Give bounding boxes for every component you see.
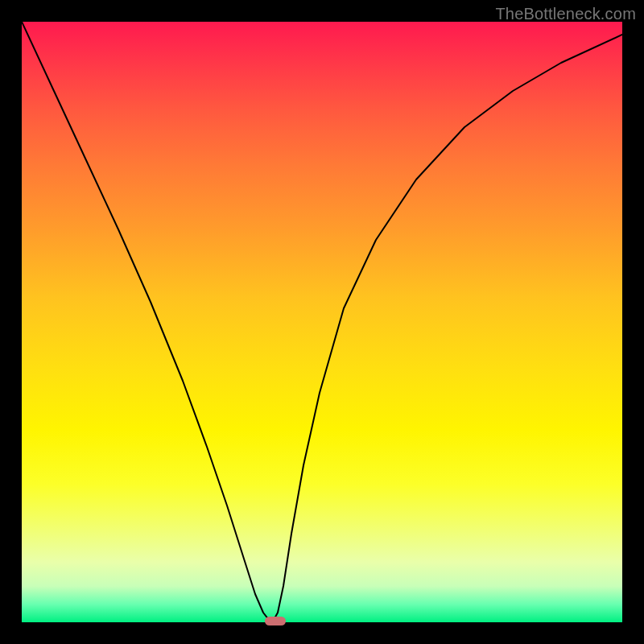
bottleneck-curve [22,22,622,622]
curve-path [22,22,622,620]
chart-frame: TheBottleneck.com [0,0,644,644]
plot-area [22,22,622,622]
optimum-marker [265,617,286,625]
watermark-text: TheBottleneck.com [495,5,636,23]
